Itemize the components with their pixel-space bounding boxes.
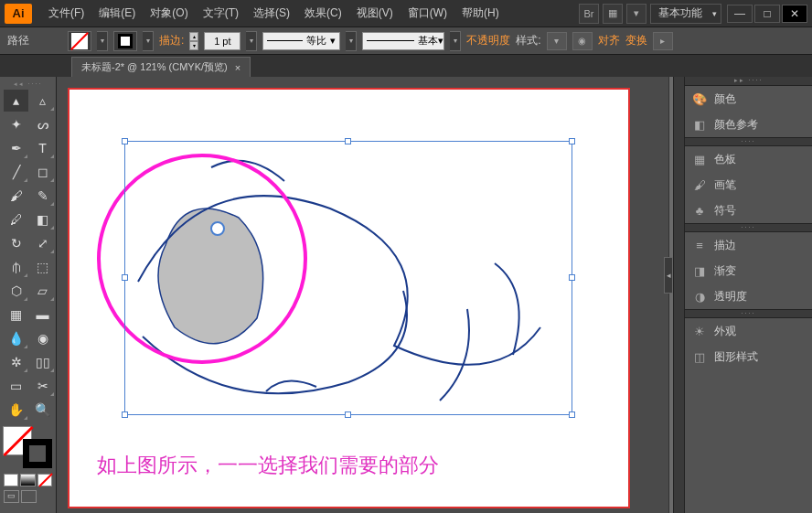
stroke-color-icon[interactable] xyxy=(23,439,52,468)
vertical-scrollbar[interactable] xyxy=(668,77,673,513)
search-icon[interactable]: ▾ xyxy=(626,4,646,24)
mesh-tool[interactable]: ▦ xyxy=(4,304,28,326)
brush-def-dropdown[interactable]: 基本▾ xyxy=(362,32,444,50)
graph-tool[interactable]: ▯▯ xyxy=(30,351,55,373)
panel-brushes[interactable]: 🖌画笔 xyxy=(685,172,812,198)
bridge-icon[interactable]: Br xyxy=(579,4,599,24)
close-button[interactable]: ✕ xyxy=(782,5,807,23)
selection-bounding-box[interactable] xyxy=(124,141,572,415)
paintbrush-tool[interactable]: 🖌 xyxy=(4,185,28,207)
opacity-label[interactable]: 不透明度 xyxy=(466,33,510,48)
screen-mode-dropdown-icon[interactable] xyxy=(21,490,37,503)
color-mode-solid[interactable] xyxy=(4,474,18,486)
eyedropper-tool[interactable]: 💧 xyxy=(4,327,28,349)
magic-wand-tool[interactable]: ✦ xyxy=(4,113,28,135)
align-label[interactable]: 对齐 xyxy=(598,33,620,48)
selection-tool[interactable]: ▴ xyxy=(4,90,28,112)
screen-mode-normal[interactable]: ▭ xyxy=(4,490,19,503)
fill-swatch[interactable] xyxy=(68,31,91,51)
panel-dock-strip[interactable] xyxy=(673,77,684,513)
stroke-weight-input[interactable] xyxy=(204,32,240,50)
selection-handle[interactable] xyxy=(122,138,128,144)
panel-transparency[interactable]: ◑透明度 xyxy=(685,283,812,309)
panel-color[interactable]: 🎨颜色 xyxy=(685,86,812,112)
arrange-docs-icon[interactable]: ▦ xyxy=(603,4,623,24)
gradient-tool[interactable]: ▬ xyxy=(30,304,55,326)
selection-handle[interactable] xyxy=(569,411,575,418)
profile-arrow-icon[interactable]: ▾ xyxy=(346,31,357,51)
blob-brush-tool[interactable]: 🖊 xyxy=(4,208,28,230)
panel-separator[interactable]: ∙∙∙∙ xyxy=(685,137,812,146)
free-transform-tool[interactable]: ⬚ xyxy=(30,256,55,278)
pencil-tool[interactable]: ✎ xyxy=(30,185,55,207)
slice-tool[interactable]: ✂ xyxy=(30,375,55,397)
stroke-swatch[interactable] xyxy=(113,31,137,51)
panel-options-icon[interactable]: ▸ xyxy=(653,32,673,50)
scale-tool[interactable]: ⤢ xyxy=(30,232,55,254)
panel-grip-icon[interactable]: ▸▸ ∙∙∙∙ xyxy=(685,77,812,86)
stroke-weight-dropdown-icon[interactable]: ▾ xyxy=(246,31,257,51)
panel-separator[interactable]: ∙∙∙∙ xyxy=(685,223,812,232)
zoom-tool[interactable]: 🔍 xyxy=(30,399,55,421)
selection-handle[interactable] xyxy=(569,138,575,144)
style-thumb[interactable]: ▾ xyxy=(547,32,567,50)
pen-tool[interactable]: ✒ xyxy=(4,137,28,159)
panel-gradient[interactable]: ◨渐变 xyxy=(685,258,812,283)
panel-symbols[interactable]: ♣符号 xyxy=(685,198,812,223)
stroke-weight-stepper[interactable]: ▴▾ xyxy=(189,32,198,50)
rectangle-tool[interactable]: ◻ xyxy=(30,161,55,183)
direct-selection-tool[interactable]: ▵ xyxy=(30,90,55,112)
close-tab-icon[interactable]: × xyxy=(235,62,240,73)
transform-label[interactable]: 变换 xyxy=(625,33,647,48)
brush-def-arrow-icon[interactable]: ▾ xyxy=(450,31,461,51)
profile-dropdown[interactable]: 等比▾ xyxy=(262,32,340,50)
blend-tool[interactable]: ◉ xyxy=(30,327,55,349)
menu-effect[interactable]: 效果(C) xyxy=(297,5,349,21)
perspective-tool[interactable]: ▱ xyxy=(30,280,55,302)
menu-object[interactable]: 对象(O) xyxy=(143,5,195,21)
panel-separator[interactable]: ∙∙∙∙ xyxy=(685,309,812,318)
menu-select[interactable]: 选择(S) xyxy=(246,5,297,21)
fill-dropdown-icon[interactable]: ▾ xyxy=(97,31,108,51)
menu-type[interactable]: 文字(T) xyxy=(196,5,246,21)
menu-view[interactable]: 视图(V) xyxy=(349,5,401,21)
maximize-button[interactable]: □ xyxy=(754,5,780,23)
panel-stroke[interactable]: ≡描边 xyxy=(685,232,812,258)
collapse-panels-icon[interactable]: ◂ xyxy=(664,257,673,294)
eraser-tool[interactable]: ◧ xyxy=(30,208,55,230)
selection-handle[interactable] xyxy=(122,274,128,281)
document-tab[interactable]: 未标题-2* @ 121% (CMYK/预览) × xyxy=(71,57,251,77)
fill-stroke-control[interactable] xyxy=(3,426,54,468)
menu-edit[interactable]: 编辑(E) xyxy=(91,5,143,21)
panel-appearance[interactable]: ☀外观 xyxy=(685,318,812,344)
canvas-area[interactable]: 如上图所示，一一选择我们需要的部分 xyxy=(57,77,673,513)
selection-handle[interactable] xyxy=(345,411,351,418)
lasso-tool[interactable]: ᔕ xyxy=(30,113,55,135)
rotate-tool[interactable]: ↻ xyxy=(4,232,28,254)
selection-handle[interactable] xyxy=(345,138,351,144)
width-tool[interactable]: ⫛ xyxy=(4,256,28,278)
artboard[interactable]: 如上图所示，一一选择我们需要的部分 xyxy=(68,88,630,508)
selection-handle[interactable] xyxy=(569,274,575,281)
panel-grip-icon[interactable]: ◂◂ ∙∙∙∙ xyxy=(2,80,54,88)
panel-swatches[interactable]: ▦色板 xyxy=(685,146,812,172)
panel-graphic-styles[interactable]: ◫图形样式 xyxy=(685,344,812,369)
artboard-tool[interactable]: ▭ xyxy=(4,375,28,397)
panel-color-guide[interactable]: ◧颜色参考 xyxy=(685,112,812,137)
color-mode-gradient[interactable] xyxy=(20,474,35,486)
shape-builder-tool[interactable]: ⬡ xyxy=(4,280,28,302)
symbol-sprayer-tool[interactable]: ✲ xyxy=(4,351,28,373)
menu-window[interactable]: 窗口(W) xyxy=(401,5,454,21)
stroke-label[interactable]: 描边: xyxy=(159,33,184,48)
selection-handle[interactable] xyxy=(122,411,128,418)
line-tool[interactable]: ╱ xyxy=(4,161,28,183)
recolor-button[interactable]: ◉ xyxy=(572,32,593,50)
color-mode-none[interactable] xyxy=(37,474,52,486)
hand-tool[interactable]: ✋ xyxy=(4,399,28,421)
menu-file[interactable]: 文件(F) xyxy=(41,5,91,21)
stroke-dropdown-icon[interactable]: ▾ xyxy=(143,31,154,51)
type-tool[interactable]: T xyxy=(30,137,55,159)
minimize-button[interactable]: ― xyxy=(727,5,753,23)
workspace-switcher[interactable]: 基本功能 xyxy=(650,4,721,24)
menu-help[interactable]: 帮助(H) xyxy=(454,5,507,21)
